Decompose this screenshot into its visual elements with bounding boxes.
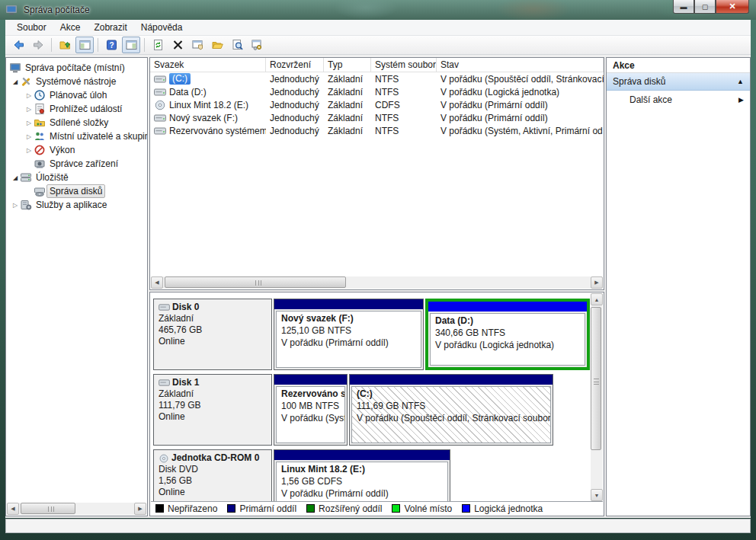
actions-pane: Akce Správa disků ▲ Další akce ▶ xyxy=(606,57,751,516)
expander-collapsed-icon[interactable]: ▷ xyxy=(24,133,34,140)
tree-item-computer-management[interactable]: Správa počítače (místní) xyxy=(6,61,147,75)
partition-data-d[interactable]: Data (D:) 340,66 GB NTFS V pořádku (Logi… xyxy=(425,299,590,370)
local-users-icon xyxy=(34,130,46,142)
tree-item-performance[interactable]: ▷ Výkon xyxy=(6,143,147,157)
volume-row-linux-mint-e[interactable]: Linux Mint 18.2 (E:) Jednoduchý Základní… xyxy=(150,98,604,111)
computer-icon xyxy=(9,62,22,74)
maximize-button[interactable]: ▢ xyxy=(694,0,716,14)
help-icon[interactable]: ? xyxy=(102,37,120,53)
minimize-button[interactable]: ▬ xyxy=(673,0,694,14)
partition-stripe xyxy=(274,299,423,309)
disk-vertical-scrollbar[interactable]: ▲ ▼ xyxy=(591,293,603,501)
tree-item-task-scheduler[interactable]: ▷ Plánovač úloh xyxy=(6,88,147,102)
close-button[interactable]: ✕ xyxy=(716,0,749,14)
toolbar: ? xyxy=(5,36,751,55)
partition-rezervovano-systemem[interactable]: Rezervováno sy 100 MB NTFS V pořádku (Sy… xyxy=(274,374,348,446)
scroll-up-icon[interactable]: ▲ xyxy=(591,293,603,305)
expander-collapsed-icon[interactable]: ▷ xyxy=(24,147,34,154)
show-console-tree-icon[interactable] xyxy=(75,37,94,53)
disk-icon xyxy=(159,303,170,312)
event-viewer-icon xyxy=(34,103,46,115)
cd-drive-icon xyxy=(154,100,166,110)
menu-soubor[interactable]: Soubor xyxy=(10,21,53,34)
volume-list-horizontal-scrollbar[interactable]: ◀ ▶ xyxy=(151,276,603,289)
expander-expanded-icon[interactable]: ◢ xyxy=(11,174,20,181)
scroll-right-icon[interactable]: ▶ xyxy=(134,503,146,515)
actions-more-actions[interactable]: Další akce ▶ xyxy=(607,91,750,108)
scroll-left-icon[interactable]: ◀ xyxy=(151,276,163,289)
drive-icon xyxy=(154,88,166,97)
expander-collapsed-icon[interactable]: ▷ xyxy=(24,120,34,126)
computer-management-window: { "window": { "title": "Správa počítače"… xyxy=(0,0,756,540)
volume-row-c[interactable]: (C:) Jednoduchý Základní NTFS V pořádku … xyxy=(150,72,604,85)
partition-novy-svazek-f[interactable]: Nový svazek (F:) 125,10 GB NTFS V pořádk… xyxy=(274,299,424,370)
tree-item-system-tools[interactable]: ◢ Systémové nástroje xyxy=(6,75,147,88)
legend-swatch xyxy=(155,504,164,513)
tree-item-event-viewer[interactable]: ▷ Prohlížeč událostí xyxy=(6,102,147,116)
volume-row-novy-svazek-f[interactable]: Nový svazek (F:) Jednoduchý Základní NTF… xyxy=(150,111,604,124)
cdrom0-label[interactable]: Jednotka CD-ROM 0 Disk DVD 1,56 GB Onlin… xyxy=(153,449,272,501)
delete-icon[interactable] xyxy=(168,37,187,53)
forward-icon[interactable] xyxy=(29,37,47,53)
legend-swatch xyxy=(392,504,400,513)
scroll-right-icon[interactable]: ▶ xyxy=(591,276,603,289)
legend-swatch xyxy=(306,504,315,513)
toolbar-separator xyxy=(98,38,98,52)
titlebar[interactable]: Správa počítače ▬ ▢ ✕ xyxy=(0,0,756,20)
folder-up-icon[interactable] xyxy=(56,37,74,53)
tree-item-shared-folders[interactable]: ▷ Sdílené složky xyxy=(6,116,147,129)
partition-stripe xyxy=(428,302,587,312)
console-tree-pane: Správa počítače (místní) ◢ Systémové nás… xyxy=(5,57,148,516)
column-header-system-souboru[interactable]: Systém souborů xyxy=(371,58,437,72)
find-icon[interactable] xyxy=(228,37,246,53)
tree-item-local-users-groups[interactable]: ▷ Místní uživatelé a skupiny xyxy=(6,129,147,143)
partition-linux-mint-e[interactable]: Linux Mint 18.2 (E:) 1,56 GB CDFS V pořá… xyxy=(274,449,450,501)
actions-title: Akce xyxy=(607,58,750,73)
tree-item-services-applications[interactable]: ▷ Služby a aplikace xyxy=(6,198,147,212)
device-manager-icon xyxy=(34,158,46,170)
volume-row-rezervovano-systemem[interactable]: Rezervováno systémem Jednoduchý Základní… xyxy=(150,124,604,137)
expander-collapsed-icon[interactable]: ▷ xyxy=(11,202,20,209)
manage-extensions-icon[interactable] xyxy=(248,37,266,53)
disk1-label[interactable]: Disk 1 Základní 111,79 GB Online xyxy=(153,374,272,446)
legend-item: Logická jednotka xyxy=(462,503,543,514)
scroll-down-icon[interactable]: ▼ xyxy=(591,489,603,501)
expander-collapsed-icon[interactable]: ▷ xyxy=(24,106,34,113)
refresh-icon[interactable] xyxy=(149,37,167,53)
menu-zobrazit[interactable]: Zobrazit xyxy=(87,21,133,34)
scroll-left-icon[interactable]: ◀ xyxy=(7,503,19,515)
partition-c[interactable]: (C:) 111,69 GB NTFS V pořádku (Spouštěcí… xyxy=(349,374,553,446)
task-scheduler-icon xyxy=(34,89,46,101)
back-icon[interactable] xyxy=(9,37,27,53)
partition-legend: Nepřiřazeno Primární oddíl Rozšířený odd… xyxy=(151,501,603,515)
volume-list-pane: Svazek Rozvržení Typ Systém souborů Stav… xyxy=(149,57,604,290)
main-area: Správa počítače (místní) ◢ Systémové nás… xyxy=(5,55,751,518)
statusbar xyxy=(5,519,751,533)
tree-item-disk-management[interactable]: Správa disků xyxy=(6,184,147,198)
column-header-stav[interactable]: Stav xyxy=(437,58,604,72)
toolbar-separator xyxy=(144,38,145,52)
disk0-label[interactable]: Disk 0 Základní 465,76 GB Online xyxy=(153,299,272,370)
properties-icon[interactable] xyxy=(188,37,207,53)
menu-napoveda[interactable]: Nápověda xyxy=(134,21,190,34)
disk-rows-viewport: Disk 0 Základní 465,76 GB Online Nový sv… xyxy=(151,293,591,501)
tree-horizontal-scrollbar[interactable]: ◀ ▶ xyxy=(7,503,146,515)
actions-section-disk-management[interactable]: Správa disků ▲ xyxy=(607,73,750,91)
partition-stripe xyxy=(350,375,553,385)
legend-item: Nepřiřazeno xyxy=(155,503,217,514)
app-icon xyxy=(5,4,18,16)
tree-item-storage[interactable]: ◢ Úložiště xyxy=(6,171,147,184)
show-action-pane-icon[interactable] xyxy=(122,37,140,53)
volume-row-data-d[interactable]: Data (D:) Jednoduchý Základní NTFS V poř… xyxy=(150,85,604,98)
menu-akce[interactable]: Akce xyxy=(53,21,88,34)
expander-collapsed-icon[interactable]: ▷ xyxy=(24,92,34,99)
tree-item-device-manager[interactable]: Správce zařízení xyxy=(6,157,147,171)
legend-swatch xyxy=(462,504,470,513)
column-header-rozvrzeni[interactable]: Rozvržení xyxy=(266,58,324,72)
column-header-typ[interactable]: Typ xyxy=(324,58,371,72)
column-header-svazek[interactable]: Svazek xyxy=(150,58,266,72)
tools-icon xyxy=(20,75,33,88)
open-folder-icon[interactable] xyxy=(208,37,226,53)
collapse-icon[interactable]: ▲ xyxy=(737,78,744,85)
expander-expanded-icon[interactable]: ◢ xyxy=(11,78,20,85)
